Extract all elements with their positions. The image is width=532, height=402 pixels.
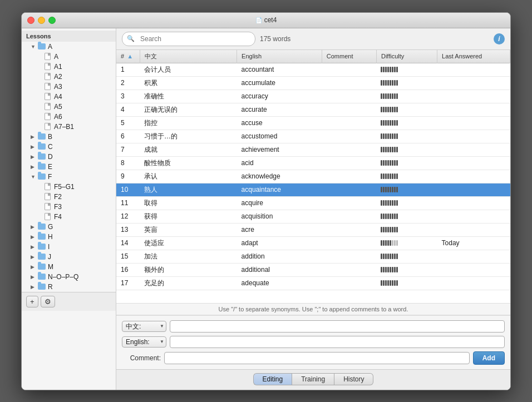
sidebar-item-B-group[interactable]: ▶ B: [22, 132, 116, 142]
table-row[interactable]: 10 熟人 acquaintance: [116, 183, 510, 196]
sidebar-label: R: [48, 283, 53, 291]
sidebar-item-R-group[interactable]: ▶ R: [22, 282, 116, 292]
difficulty-segment: [396, 173, 398, 179]
table-row[interactable]: 5 指控 accuse: [116, 116, 510, 130]
sidebar-item-A6[interactable]: A6: [22, 112, 116, 122]
difficulty-segment: [381, 147, 382, 152]
sidebar-item-F2[interactable]: F2: [22, 192, 116, 202]
table-row[interactable]: 1 会计人员 accountant: [116, 63, 510, 76]
sidebar-item-A5[interactable]: A5: [22, 102, 116, 112]
sidebar-item-D-group[interactable]: ▶ D: [22, 152, 116, 162]
table-row[interactable]: 7 成就 achievement: [116, 143, 510, 156]
sidebar-item-I-group[interactable]: ▶ I: [22, 242, 116, 252]
sidebar-item-J-group[interactable]: ▶ J: [22, 252, 116, 262]
sidebar-item-A7B1[interactable]: A7–B1: [22, 122, 116, 132]
cell-difficulty: [376, 183, 437, 196]
sidebar-item-G-group[interactable]: ▶ G: [22, 222, 116, 232]
table-row[interactable]: 14 使适应 adapt Today: [116, 236, 510, 250]
cell-num: 7: [116, 143, 140, 156]
sidebar-item-F5G1[interactable]: F5–G1: [22, 182, 116, 192]
disclosure-F: ▼: [31, 174, 36, 180]
table-row[interactable]: 12 获得 acquisition: [116, 210, 510, 223]
table-row[interactable]: 8 酸性物质 acid: [116, 156, 510, 170]
close-button[interactable]: [27, 17, 35, 24]
table-row[interactable]: 4 正确无误的 accurate: [116, 103, 510, 116]
gear-button[interactable]: ⚙: [41, 296, 55, 307]
table-row[interactable]: 11 取得 acquire: [116, 196, 510, 210]
tab-editing[interactable]: Editing: [253, 373, 292, 385]
table-row[interactable]: 9 承认 acknowledge: [116, 170, 510, 183]
sidebar-label: A3: [54, 83, 62, 91]
english-input[interactable]: [170, 336, 505, 348]
sidebar-item-H-group[interactable]: ▶ H: [22, 232, 116, 242]
difficulty-segment: [396, 187, 398, 192]
sidebar-label: F2: [54, 193, 62, 201]
difficulty-segment: [394, 187, 396, 192]
difficulty-segment: [390, 160, 391, 166]
sidebar-label: J: [48, 253, 51, 261]
table-row[interactable]: 17 充足的 adequate: [116, 276, 510, 290]
cell-english: acre: [237, 223, 322, 236]
table-header-row: # ▲ 中文 English Comment Difficulty Last A…: [116, 50, 510, 63]
cell-chinese: 加法: [140, 250, 237, 263]
add-lesson-button[interactable]: +: [26, 296, 38, 307]
cell-comment: [322, 156, 376, 170]
table-row[interactable]: 15 加法 addition: [116, 250, 510, 263]
difficulty-segment: [390, 280, 391, 286]
col-english[interactable]: English: [237, 50, 322, 63]
sidebar-label: A: [48, 43, 52, 51]
english-select[interactable]: English:: [122, 336, 166, 348]
difficulty-segment: [385, 160, 387, 166]
sidebar-item-F-group[interactable]: ▼ F: [22, 172, 116, 182]
info-button[interactable]: i: [494, 33, 505, 44]
search-input[interactable]: [137, 33, 250, 44]
tab-training[interactable]: Training: [292, 373, 334, 385]
table-row[interactable]: 16 额外的 additional: [116, 263, 510, 276]
sidebar-item-M-group[interactable]: ▶ M: [22, 262, 116, 272]
add-button[interactable]: Add: [473, 351, 505, 365]
sidebar-item-NOPQ-group[interactable]: ▶ N–O–P–Q: [22, 272, 116, 282]
chinese-select[interactable]: 中文:: [122, 321, 166, 332]
sidebar-item-A4[interactable]: A4: [22, 92, 116, 102]
difficulty-segment: [381, 240, 382, 246]
cell-chinese: 准确性: [140, 90, 237, 103]
table-row[interactable]: 2 积累 accumulate: [116, 76, 510, 90]
comment-input[interactable]: [164, 352, 470, 364]
maximize-button[interactable]: [48, 17, 56, 24]
col-difficulty[interactable]: Difficulty: [376, 50, 437, 63]
chinese-input[interactable]: [170, 320, 505, 332]
sidebar-item-F4[interactable]: F4: [22, 212, 116, 222]
difficulty-segment: [392, 93, 393, 99]
col-last-answered[interactable]: Last Answered: [437, 50, 510, 63]
table-row[interactable]: 3 准确性 accuracy: [116, 90, 510, 103]
cell-english: acid: [237, 156, 322, 170]
sidebar-label: F4: [54, 213, 62, 221]
difficulty-segment: [383, 240, 385, 246]
sidebar-item-A-group[interactable]: ▼ A: [22, 42, 116, 52]
difficulty-segment: [390, 107, 391, 112]
sidebar-item-F3[interactable]: F3: [22, 202, 116, 212]
cell-last-answered: [437, 76, 510, 90]
col-comment[interactable]: Comment: [322, 50, 376, 63]
sidebar-item-A[interactable]: A: [22, 52, 116, 62]
sidebar-item-A2[interactable]: A2: [22, 72, 116, 82]
cell-chinese: 酸性物质: [140, 156, 237, 170]
col-chinese[interactable]: 中文: [140, 50, 237, 63]
sidebar-item-C-group[interactable]: ▶ C: [22, 142, 116, 152]
sidebar-label: I: [48, 243, 50, 251]
table-row[interactable]: 13 英亩 acre: [116, 223, 510, 236]
difficulty-segment: [385, 147, 387, 152]
sidebar-item-A1[interactable]: A1: [22, 62, 116, 72]
sidebar-item-E-group[interactable]: ▶ E: [22, 162, 116, 172]
tab-history[interactable]: History: [334, 373, 373, 385]
sidebar-label: A1: [54, 63, 62, 71]
cell-difficulty: [376, 210, 437, 223]
difficulty-segment: [381, 187, 382, 192]
difficulty-segment: [392, 173, 393, 179]
difficulty-segment: [381, 107, 382, 112]
minimize-button[interactable]: [38, 17, 45, 24]
sidebar-item-A3[interactable]: A3: [22, 82, 116, 92]
col-num[interactable]: # ▲: [116, 50, 140, 63]
file-icon: 📄: [255, 17, 262, 23]
table-row[interactable]: 6 习惯于…的 accustomed: [116, 130, 510, 143]
